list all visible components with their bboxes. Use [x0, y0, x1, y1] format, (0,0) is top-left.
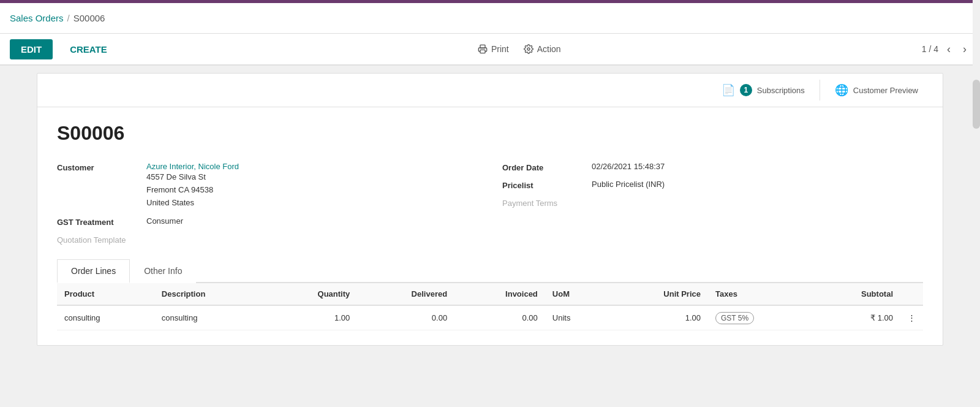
tax-badge: GST 5%	[715, 312, 754, 324]
pricelist-value: Public Pricelist (INR)	[592, 180, 665, 189]
subscriptions-label: Subscriptions	[757, 86, 805, 95]
quotation-template-row: Quotation Template	[57, 234, 478, 245]
address-line1: 4557 De Silva St	[146, 171, 239, 184]
scrollbar-track[interactable]	[973, 0, 980, 407]
payment-terms-label: Payment Terms	[502, 197, 582, 208]
table-area: Product Description Quantity Delivered I…	[57, 283, 923, 330]
address-block: 4557 De Silva St Fremont CA 94538 United…	[146, 171, 239, 209]
cell-invoiced: 0.00	[454, 305, 545, 330]
gear-icon	[524, 44, 533, 54]
customer-preview-label: Customer Preview	[853, 86, 918, 95]
toolbar: EDIT CREATE Print Action 1 / 4 ‹ ›	[0, 34, 980, 66]
breadcrumb-current: S00006	[74, 13, 105, 23]
col-header-quantity: Quantity	[267, 283, 358, 305]
pricelist-label: Pricelist	[502, 180, 582, 190]
edit-button[interactable]: EDIT	[10, 39, 53, 59]
table-header-row: Product Description Quantity Delivered I…	[57, 283, 923, 305]
breadcrumb-bar: Sales Orders / S00006	[0, 3, 980, 34]
svg-rect-1	[480, 50, 485, 53]
subscriptions-icon: 📄	[722, 83, 735, 97]
customer-preview-strip-item[interactable]: 🌐 Customer Preview	[820, 80, 933, 101]
main-content: 📄 1 Subscriptions 🌐 Customer Preview S00…	[0, 66, 980, 407]
globe-icon: 🌐	[835, 83, 848, 97]
next-button[interactable]: ›	[959, 42, 970, 57]
col-header-subtotal: Subtotal	[811, 283, 900, 305]
customer-value: Azure Interior, Nicole Ford 4557 De Silv…	[146, 162, 239, 209]
gst-value: Consumer	[146, 216, 183, 226]
payment-terms-row: Payment Terms	[502, 197, 923, 208]
row-actions[interactable]: ⋮	[900, 305, 923, 330]
cell-unit-price: 1.00	[608, 305, 708, 330]
order-number: S00006	[57, 122, 923, 145]
tabs: Order Lines Other Info	[57, 259, 923, 283]
order-date-row: Order Date 02/26/2021 15:48:37	[502, 162, 923, 172]
order-card: 📄 1 Subscriptions 🌐 Customer Preview S00…	[37, 73, 943, 346]
cell-quantity: 1.00	[267, 305, 358, 330]
col-header-description: Description	[154, 283, 267, 305]
card-top-strip: 📄 1 Subscriptions 🌐 Customer Preview	[37, 74, 943, 107]
order-date-label: Order Date	[502, 162, 582, 172]
gst-label: GST Treatment	[57, 216, 137, 227]
form-right-section: Order Date 02/26/2021 15:48:37 Pricelist…	[502, 162, 923, 245]
col-header-taxes: Taxes	[708, 283, 811, 305]
cell-subtotal: ₹ 1.00	[811, 305, 900, 330]
col-header-actions	[900, 283, 923, 305]
order-date-value: 02/26/2021 15:48:37	[592, 162, 665, 171]
svg-point-2	[527, 48, 530, 50]
col-header-invoiced: Invoiced	[454, 283, 545, 305]
pagination-label: 1 / 4	[922, 44, 938, 54]
col-header-delivered: Delivered	[357, 283, 454, 305]
address-line2: Fremont CA 94538	[146, 184, 239, 197]
address-line3: United States	[146, 197, 239, 210]
toolbar-right: 1 / 4 ‹ ›	[922, 42, 970, 57]
col-header-product: Product	[57, 283, 154, 305]
print-icon	[478, 44, 488, 54]
col-header-unit-price: Unit Price	[608, 283, 708, 305]
breadcrumb-separator: /	[67, 13, 70, 23]
customer-name[interactable]: Azure Interior, Nicole Ford	[146, 162, 239, 171]
table-row: consulting consulting 1.00 0.00 0.00 Uni…	[57, 305, 923, 330]
toolbar-center: Print Action	[124, 44, 914, 54]
quotation-template-label: Quotation Template	[57, 234, 137, 245]
tab-order-lines[interactable]: Order Lines	[57, 259, 130, 283]
scrollbar-thumb[interactable]	[973, 80, 980, 129]
cell-description: consulting	[154, 305, 267, 330]
tab-other-info[interactable]: Other Info	[130, 259, 196, 283]
subscriptions-badge: 1	[740, 84, 752, 96]
breadcrumb-parent[interactable]: Sales Orders	[10, 13, 64, 23]
card-body: S00006 Customer Azure Interior, Nicole F…	[37, 107, 943, 345]
prev-button[interactable]: ‹	[943, 42, 954, 57]
action-button[interactable]: Action	[524, 44, 561, 54]
print-label: Print	[491, 44, 509, 54]
print-button[interactable]: Print	[478, 44, 509, 54]
gst-row: GST Treatment Consumer	[57, 216, 478, 227]
subscriptions-strip-item[interactable]: 📄 1 Subscriptions	[707, 80, 820, 101]
cell-product: consulting	[57, 305, 154, 330]
customer-row: Customer Azure Interior, Nicole Ford 455…	[57, 162, 478, 209]
cell-taxes: GST 5%	[708, 305, 811, 330]
pricelist-row: Pricelist Public Pricelist (INR)	[502, 180, 923, 190]
col-header-uom: UoM	[545, 283, 608, 305]
customer-label: Customer	[57, 162, 137, 172]
create-button[interactable]: CREATE	[60, 39, 117, 59]
form-left-section: Customer Azure Interior, Nicole Ford 455…	[57, 162, 478, 245]
order-table: Product Description Quantity Delivered I…	[57, 283, 923, 330]
cell-delivered: 0.00	[357, 305, 454, 330]
cell-uom: Units	[545, 305, 608, 330]
breadcrumb: Sales Orders / S00006	[10, 13, 105, 23]
action-label: Action	[537, 44, 561, 54]
form-grid: Customer Azure Interior, Nicole Ford 455…	[57, 162, 923, 245]
